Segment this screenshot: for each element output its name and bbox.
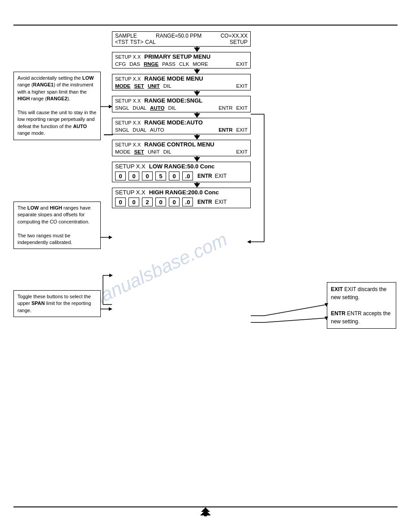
entr-btn-auto: ENTR [218, 127, 232, 133]
range-ctrl-title: RANGE CONTROL MENU [144, 141, 214, 148]
note2-text: The LOW and HIGH ranges have separate sl… [17, 205, 90, 245]
exit-btn-ctrl: EXIT [236, 149, 248, 154]
mode-btn: MODE [115, 83, 131, 89]
cal-btn: CAL [145, 39, 155, 45]
low-range-setup-label: SETUP X.X [115, 163, 146, 170]
range-auto-title: RANGE MODE:AUTO [144, 119, 202, 126]
range-mode-auto-box: SETUP X.X RANGE MODE:AUTO SNGL DUAL AUTO… [112, 118, 251, 134]
high-digit-6: .0 [182, 197, 193, 206]
mode-btn-ctrl: MODE [115, 149, 131, 154]
range-auto-bottom: SNGL DUAL AUTO ENTR EXIT [112, 127, 250, 134]
high-exit-btn: EXIT [215, 199, 227, 205]
arrowhead-7 [194, 183, 200, 188]
svg-marker-19 [109, 274, 113, 277]
low-range-top: SETUP X.X LOW RANGE:50.0 Conc [112, 162, 250, 171]
arrow-5 [112, 134, 282, 140]
note-avoid-low-range: Avoid accidentally setting the LOW range… [13, 72, 101, 140]
arrowhead-3 [194, 91, 200, 96]
arrow-6 [112, 156, 282, 162]
low-digit-6: .0 [182, 172, 193, 180]
tst-right: TST> [130, 39, 144, 45]
primary-setup-label: SETUP X.X [115, 54, 141, 60]
arrowhead-4 [194, 113, 200, 118]
high-range-bottom: 0 0 2 0 0 .0 ENTR EXIT [112, 197, 250, 208]
primary-setup-title: PRIMARY SETUP MENU [144, 53, 210, 60]
high-range-title: HIGH RANGE:200.0 Conc [149, 189, 219, 196]
low-range-box: SETUP X.X LOW RANGE:50.0 Conc 0 0 0 5 0 … [112, 162, 251, 182]
spacer-row2 [158, 39, 228, 45]
sngl-btn: SNGL [115, 105, 129, 111]
rnge-btn: RNGE [144, 61, 158, 67]
range-control-menu-box: SETUP X.X RANGE CONTROL MENU MODE SET UN… [112, 140, 251, 156]
high-range-box: SETUP X.X HIGH RANGE:200.0 Conc 0 0 2 0 … [112, 188, 251, 208]
arrow-1 [112, 47, 282, 52]
dual-btn: DUAL [133, 105, 146, 111]
exit-entr-note: EXIT EXIT discards the new setting. ENTR… [327, 282, 396, 329]
svg-marker-3 [247, 240, 251, 244]
low-exit-btn: EXIT [215, 173, 227, 179]
svg-rect-22 [204, 515, 207, 516]
range-auto-top: SETUP X.X RANGE MODE:AUTO [112, 118, 250, 127]
unit-btn: UNIT [148, 83, 160, 89]
exit-btn-auto: EXIT [236, 127, 248, 133]
high-entr-btn: ENTR [197, 199, 212, 205]
entr-btn-sngl: ENTR [218, 105, 232, 111]
high-range-setup-label: SETUP X.X [115, 189, 146, 196]
range-sngl-title: RANGE MODE:SNGL [144, 97, 202, 104]
range-mode-bottom: MODE SET UNIT DIL EXIT [112, 83, 250, 90]
das-btn: DAS [129, 61, 140, 67]
arrowhead-1 [194, 47, 200, 52]
pass-btn: PASS [162, 61, 176, 67]
note-low-high-ranges: The LOW and HIGH ranges have separate sl… [13, 202, 101, 249]
arrow-4 [112, 112, 282, 118]
auto-btn: AUTO [150, 105, 164, 111]
range-mode-menu-box: SETUP X.X RANGE MODE MENU MODE SET UNIT … [112, 74, 251, 90]
range-sngl-bottom: SNGL DUAL AUTO DIL ENTR EXIT [112, 105, 250, 112]
high-digit-2: 0 [128, 197, 139, 206]
cfg-btn: CFG [115, 61, 126, 67]
bottom-icon [199, 507, 212, 519]
arrowhead-2 [194, 69, 200, 74]
arrow-2 [112, 69, 282, 74]
primary-setup-top: SETUP X.X PRIMARY SETUP MENU [112, 52, 250, 61]
note1-text: Avoid accidentally setting the LOW range… [17, 75, 96, 136]
note3-text: Toggle these buttons to select the upper… [17, 294, 91, 313]
exit-btn-rm: EXIT [236, 83, 248, 89]
tst-left: <TST [115, 39, 128, 45]
exit-btn-sngl: EXIT [236, 105, 248, 111]
flow-diagram: SAMPLE RANGE=50.0 PPM CO=XX.XX <TST TST>… [112, 31, 282, 208]
arrowhead-5 [194, 135, 200, 140]
svg-line-14 [264, 318, 327, 322]
top-border [13, 25, 398, 26]
range-sngl-top: SETUP X.X RANGE MODE:SNGL [112, 96, 250, 105]
exit-note-text: EXIT EXIT discards the new setting. [331, 285, 392, 301]
high-digit-1: 0 [115, 197, 126, 206]
range-ctrl-bottom: MODE SET UNIT DIL EXIT [112, 149, 250, 156]
low-range-title: LOW RANGE:50.0 Conc [149, 163, 215, 170]
range-label: RANGE=50.0 PPM [156, 33, 201, 39]
sample-row1: SAMPLE RANGE=50.0 PPM CO=XX.XX [115, 33, 248, 39]
low-digit-2: 0 [128, 172, 139, 180]
svg-marker-9 [109, 307, 112, 311]
dual-btn-auto: DUAL [133, 127, 146, 133]
arrow-3 [112, 90, 282, 96]
note-toggle-span: Toggle these buttons to select the upper… [13, 290, 101, 317]
high-range-top: SETUP X.X HIGH RANGE:200.0 Conc [112, 188, 250, 197]
dil-btn: DIL [163, 83, 171, 89]
high-digit-3: 2 [142, 197, 153, 206]
tree-icon [199, 507, 212, 516]
range-mode-sngl-box: SETUP X.X RANGE MODE:SNGL SNGL DUAL AUTO… [112, 96, 251, 112]
sample-row2: <TST TST> CAL SETUP [115, 39, 248, 45]
dil-btn-ctrl: DIL [163, 149, 171, 154]
range-ctrl-top: SETUP X.X RANGE CONTROL MENU [112, 140, 250, 149]
exit-btn-primary: EXIT [236, 61, 248, 67]
range-auto-label: SETUP X.X [115, 120, 141, 125]
range-mode-top: SETUP X.X RANGE MODE MENU [112, 74, 250, 83]
dil-btn-sngl: DIL [168, 105, 176, 111]
sngl-btn-auto: SNGL [115, 127, 129, 133]
arrow-7 [112, 182, 282, 188]
svg-line-11 [264, 305, 327, 316]
low-digit-5: 0 [169, 172, 180, 180]
low-digit-1: 0 [115, 172, 126, 180]
primary-setup-bottom: CFG DAS RNGE PASS CLK MORE EXIT [112, 61, 250, 68]
